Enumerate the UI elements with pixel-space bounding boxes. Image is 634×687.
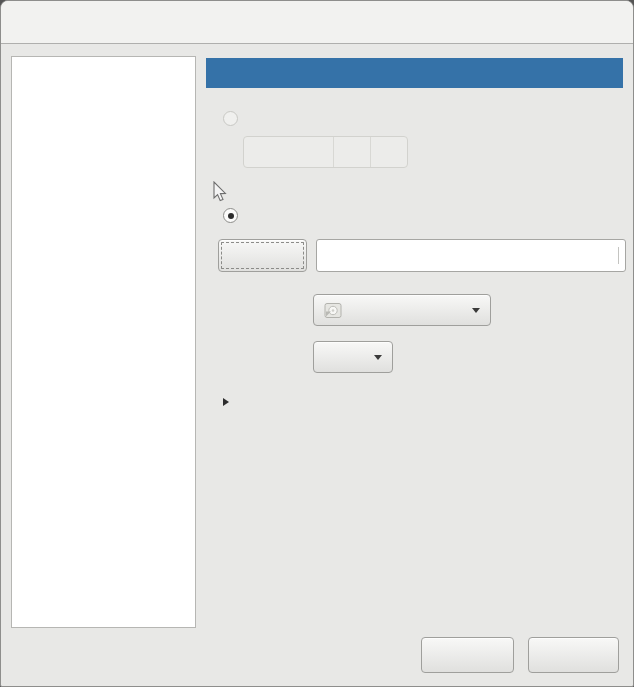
panel-title [206,58,623,88]
disk-size-input[interactable] [244,137,333,167]
device-type-dropdown[interactable] [313,294,491,326]
custom-storage-radio-row[interactable] [223,208,246,223]
disk-size-row [243,136,419,168]
bus-type-dropdown[interactable] [313,341,393,373]
cdrom-icon [324,302,343,319]
titlebar[interactable] [1,1,633,44]
expander-arrow-icon [223,398,229,406]
custom-storage-radio[interactable] [223,208,238,223]
increment-button[interactable] [370,137,407,167]
create-disk-radio[interactable] [223,111,238,126]
disk-size-spinner[interactable] [243,136,408,168]
storage-path-input[interactable] [316,239,626,272]
cancel-button[interactable] [421,637,514,673]
create-disk-radio-row[interactable] [223,111,246,126]
close-icon[interactable] [595,1,621,44]
finish-button[interactable] [528,637,619,673]
text-caret [618,247,619,264]
hardware-type-list [11,56,196,628]
manage-button[interactable] [218,239,307,272]
add-hardware-dialog [0,0,634,687]
advanced-options-expander[interactable] [223,398,236,406]
storage-path-row [218,239,626,272]
dropdown-caret-icon [472,308,480,313]
decrement-button[interactable] [333,137,370,167]
storage-panel [206,58,623,88]
dropdown-caret-icon [374,355,382,360]
mouse-cursor [212,181,227,203]
